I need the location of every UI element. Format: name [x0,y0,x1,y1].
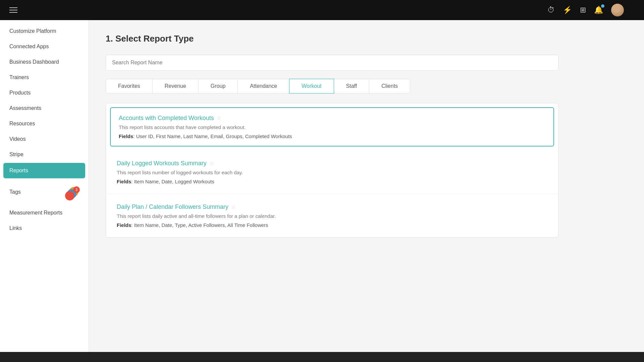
avatar-image [611,4,624,16]
sidebar: Customize Platform Connected Apps Busine… [0,20,89,362]
filter-tabs: Favorites Revenue Group Attendance Worko… [106,79,558,94]
lightning-icon[interactable]: ⚡ [563,6,572,14]
report-fields: Fields: User ID, First Name, Last Name, … [119,133,545,139]
sidebar-item-trainers[interactable]: Trainers [0,70,89,85]
reports-list: Accounts with Completed Workouts ☆ This … [106,103,558,238]
search-input[interactable] [106,55,558,71]
hamburger-menu[interactable] [7,5,20,15]
sidebar-item-stripe[interactable]: Stripe [0,147,89,162]
report-desc: This report lists daily active and all-t… [117,213,547,219]
report-fields: Fields: Item Name, Date, Type, Active Fo… [117,222,547,228]
top-bar-right: ⏱ ⚡ ⊞ 🔔 [547,4,624,16]
report-desc: This report lists accounts that have com… [119,124,545,130]
clock-icon[interactable]: ⏱ [547,6,555,14]
report-desc: This report lists number of logged worko… [117,170,547,175]
notification-dot [601,4,604,8]
star-icon[interactable]: ☆ [231,204,236,210]
star-icon[interactable]: ☆ [217,115,221,121]
report-item-daily-plan-calendar[interactable]: Daily Plan / Calendar Followers Summary … [106,194,558,237]
tags-badge-wrap: 3 [65,184,79,200]
report-title: Daily Plan / Calendar Followers Summary … [117,203,547,210]
report-item-daily-logged-workouts[interactable]: Daily Logged Workouts Summary ☆ This rep… [106,150,558,194]
report-item-accounts-completed-workouts[interactable]: Accounts with Completed Workouts ☆ This … [110,107,554,146]
sidebar-item-measurement-reports[interactable]: Measurement Reports [0,205,89,221]
grid-icon[interactable]: ⊞ [580,6,586,14]
report-title: Accounts with Completed Workouts ☆ [119,115,545,122]
bottom-bar [0,352,644,362]
sidebar-item-reports[interactable]: Reports [3,163,85,178]
avatar[interactable] [611,4,624,16]
sidebar-item-products[interactable]: Products [0,85,89,101]
star-icon[interactable]: ☆ [209,160,214,167]
sidebar-item-videos[interactable]: Videos [0,131,89,147]
tab-group[interactable]: Group [198,79,237,94]
bell-icon[interactable]: 🔔 [594,6,603,14]
report-fields: Fields: Item Name, Date, Logged Workouts [117,179,547,184]
sidebar-item-connected-apps[interactable]: Connected Apps [0,39,89,54]
badge-count: 3 [73,186,80,193]
sidebar-item-business-dashboard[interactable]: Business Dashboard [0,54,89,70]
sidebar-item-customize-platform[interactable]: Customize Platform [0,23,89,39]
notification-circles: 3 [65,186,79,200]
main-content: 1. Select Report Type Favorites Revenue … [89,20,644,362]
arrow-annotation [553,103,558,155]
sidebar-item-links[interactable]: Links [0,221,89,236]
tab-revenue[interactable]: Revenue [152,79,198,94]
tab-favorites[interactable]: Favorites [106,79,152,94]
circle-1 [65,191,74,200]
page-title: 1. Select Report Type [106,34,627,44]
tab-attendance[interactable]: Attendance [237,79,289,94]
tab-workout[interactable]: Workout [289,79,334,94]
tab-staff[interactable]: Staff [334,79,369,94]
top-bar: ⏱ ⚡ ⊞ 🔔 [0,0,644,20]
sidebar-item-assessments[interactable]: Assessments [0,101,89,116]
sidebar-item-resources[interactable]: Resources [0,116,89,131]
tab-clients[interactable]: Clients [369,79,410,94]
report-title: Daily Logged Workouts Summary ☆ [117,160,547,167]
sidebar-item-tags[interactable]: Tags 3 [0,179,89,205]
layout: Customize Platform Connected Apps Busine… [0,0,644,362]
